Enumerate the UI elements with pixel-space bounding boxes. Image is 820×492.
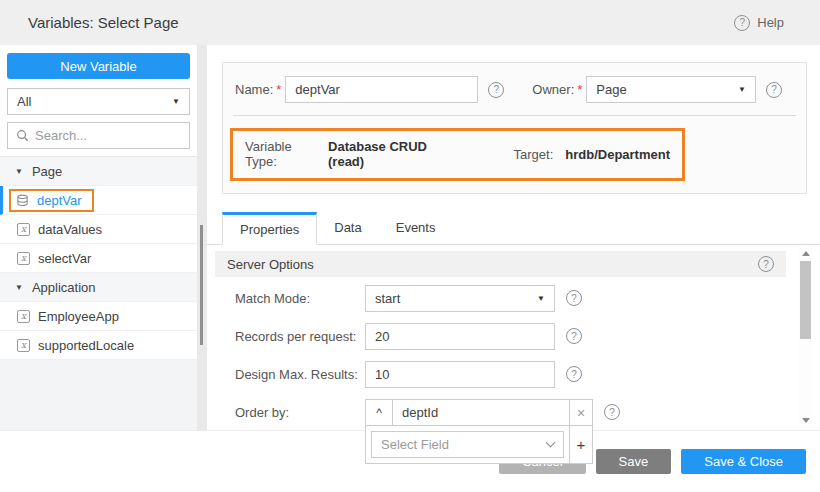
detail-tabs: Properties Data Events: [207, 212, 820, 245]
sidebar-item-label: dataValues: [38, 222, 102, 237]
scroll-up-icon: [802, 251, 810, 256]
help-icon[interactable]: ?: [566, 290, 582, 306]
close-icon: ×: [577, 405, 585, 421]
sidebar-scrollbar[interactable]: [197, 45, 207, 430]
tab-data[interactable]: Data: [317, 211, 378, 244]
target-value: hrdb/Department: [565, 147, 670, 162]
help-icon: ?: [734, 15, 750, 31]
caret-down-icon: ▼: [15, 283, 23, 292]
required-asterisk: *: [276, 82, 281, 97]
order-by-builder: ^ deptId × Select Field: [365, 399, 593, 464]
match-mode-row: Match Mode: start ▼ ?: [235, 285, 786, 312]
order-by-row: Order by: ^ deptId ×: [235, 399, 786, 464]
variable-search: [7, 122, 190, 149]
scroll-down-icon: [802, 418, 810, 423]
scrollbar-thumb[interactable]: [800, 261, 811, 339]
help-icon[interactable]: ?: [566, 366, 582, 382]
design-max-results-field[interactable]: [365, 361, 555, 388]
variable-type-highlight-box: Variable Type: Database CRUD (read) Targ…: [230, 128, 685, 181]
variable-type-label: Variable Type:: [245, 139, 312, 169]
owner-value: Page: [596, 82, 626, 97]
match-mode-value: start: [375, 291, 400, 306]
tree-group-page[interactable]: ▼ Page: [0, 157, 197, 186]
help-icon[interactable]: ?: [766, 82, 782, 98]
variables-dialog: Variables: Select Page ? Help New Variab…: [0, 0, 820, 492]
records-per-request-row: Records per request: ?: [235, 323, 786, 350]
chevron-down-icon: [546, 438, 556, 448]
sidebar-item-supportedlocale[interactable]: supportedLocale: [0, 331, 197, 360]
tree-group-label: Application: [32, 280, 96, 295]
section-title: Server Options: [227, 257, 314, 272]
caret-down-icon: ▼: [15, 167, 23, 176]
variable-icon: [17, 339, 30, 352]
design-max-results-label: Design Max. Results:: [235, 361, 365, 382]
order-by-label: Order by:: [235, 399, 365, 420]
add-order-field-button[interactable]: +: [569, 426, 592, 463]
server-options-section-header: Server Options ?: [215, 251, 786, 277]
variables-sidebar: New Variable All ▼ ▼ Page: [0, 45, 197, 430]
help-button[interactable]: ? Help: [734, 15, 784, 31]
order-by-field-placeholder: Select Field: [381, 437, 449, 452]
chevron-up-icon: ^: [376, 406, 382, 420]
scroll-down-button[interactable]: [799, 414, 812, 426]
variable-type-value: Database CRUD (read): [328, 139, 442, 169]
variable-icon: [17, 252, 30, 265]
sidebar-item-label: EmployeeApp: [38, 309, 119, 324]
database-icon: [16, 194, 29, 207]
variables-tree: ▼ Page deptVar dataValues selectVar: [0, 156, 197, 360]
scope-filter-select[interactable]: All ▼: [7, 88, 190, 115]
sidebar-item-deptvar[interactable]: deptVar: [0, 186, 197, 215]
help-icon[interactable]: ?: [604, 404, 620, 420]
sidebar-scrollbar-thumb[interactable]: [200, 225, 203, 345]
properties-scrollbar[interactable]: [799, 247, 812, 426]
match-mode-label: Match Mode:: [235, 285, 365, 306]
search-input[interactable]: [35, 128, 181, 143]
tab-events[interactable]: Events: [379, 211, 453, 244]
help-icon[interactable]: ?: [488, 82, 504, 98]
owner-label: Owner:: [532, 82, 574, 97]
sidebar-item-employeeapp[interactable]: EmployeeApp: [0, 302, 197, 331]
target-label: Target:: [514, 147, 554, 162]
scope-filter-value: All: [17, 94, 31, 109]
search-icon: [16, 129, 29, 142]
page-title: Variables: Select Page: [28, 14, 179, 31]
tree-group-application[interactable]: ▼ Application: [0, 273, 197, 302]
caret-down-icon: ▼: [738, 85, 746, 94]
help-icon[interactable]: ?: [758, 256, 774, 272]
caret-down-icon: ▼: [172, 97, 180, 106]
required-asterisk: *: [577, 82, 582, 97]
match-mode-select[interactable]: start ▼: [365, 285, 555, 312]
design-max-results-row: Design Max. Results: ?: [235, 361, 786, 388]
owner-select[interactable]: Page ▼: [586, 76, 756, 103]
records-per-request-label: Records per request:: [235, 323, 365, 344]
order-by-field-select[interactable]: Select Field: [371, 431, 564, 458]
help-icon[interactable]: ?: [566, 328, 582, 344]
scroll-up-button[interactable]: [799, 247, 812, 259]
order-by-field-value[interactable]: deptId: [393, 400, 569, 425]
variable-summary-box: Name: * ? Owner: * Page ▼ ? Variable Typ…: [222, 62, 807, 194]
help-label: Help: [757, 15, 784, 30]
sort-direction-button[interactable]: ^: [366, 400, 393, 425]
sidebar-item-datavalues[interactable]: dataValues: [0, 215, 197, 244]
records-per-request-field[interactable]: [365, 323, 555, 350]
remove-order-field-button[interactable]: ×: [569, 400, 592, 425]
sidebar-item-label: deptVar: [37, 193, 82, 208]
sidebar-empty-area: [0, 360, 197, 430]
name-label: Name:: [235, 82, 273, 97]
tree-group-label: Page: [32, 164, 62, 179]
tab-properties[interactable]: Properties: [222, 212, 317, 245]
variable-detail-panel: Name: * ? Owner: * Page ▼ ? Variable Typ…: [207, 45, 820, 430]
variable-icon: [17, 223, 30, 236]
selected-item-highlight: deptVar: [9, 189, 94, 212]
properties-tab-content: Server Options ? Match Mode: start ▼ ? R…: [207, 245, 820, 430]
sidebar-item-selectvar[interactable]: selectVar: [0, 244, 197, 273]
dialog-header: Variables: Select Page ? Help: [0, 0, 820, 45]
caret-down-icon: ▼: [537, 294, 545, 303]
variable-icon: [17, 310, 30, 323]
sidebar-item-label: selectVar: [38, 251, 91, 266]
new-variable-button[interactable]: New Variable: [7, 53, 190, 79]
name-field[interactable]: [285, 76, 478, 103]
sidebar-item-label: supportedLocale: [38, 338, 134, 353]
plus-icon: +: [577, 436, 586, 453]
